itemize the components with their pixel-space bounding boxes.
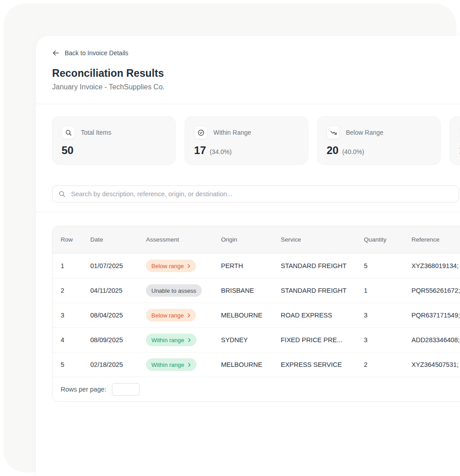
cell-reference: PQR556261672;	[411, 287, 460, 294]
cell-service: STANDARD FREIGHT	[281, 262, 364, 269]
column-header-origin: Origin	[221, 236, 281, 243]
table-row: 1 01/07/2025 Below range PERTH STANDARD …	[53, 253, 460, 278]
cell-origin: PERTH	[221, 262, 281, 269]
rows-per-page-label: Rows per page:	[61, 386, 106, 393]
chevron-right-icon	[187, 264, 190, 269]
cell-quantity: 5	[364, 262, 411, 269]
assessment-badge[interactable]: Within range	[146, 334, 196, 346]
search-icon	[62, 126, 75, 139]
reconciliation-panel: Back to Invoice Details Reconciliation R…	[36, 36, 460, 476]
stat-label: Total Items	[81, 129, 111, 136]
assessment-label: Within range	[151, 361, 184, 368]
search-bar	[52, 185, 459, 203]
table-row: 3 08/04/2025 Below range MELBOURNE ROAD …	[53, 303, 460, 327]
column-header-quantity: Quantity	[364, 236, 411, 243]
table-header-row: Row Date Assessment Origin Service Quant…	[53, 226, 460, 253]
table-row: 5 02/18/2025 Within range MELBOURNE EXPR…	[53, 352, 460, 377]
stat-card-below-range: Below Range 20 (40.0%)	[317, 116, 441, 165]
stat-card-within-range: Within Range 17 (34.0%)	[185, 116, 308, 165]
cell-row: 2	[61, 287, 90, 294]
cell-reference: PQR637171549; (	[411, 312, 460, 319]
arrow-left-icon	[52, 49, 59, 57]
assessment-badge[interactable]: Below range	[146, 309, 196, 322]
cell-date: 08/09/2025	[90, 336, 146, 344]
cell-origin: SYDNEY	[221, 336, 281, 344]
chevron-right-icon	[187, 313, 190, 318]
cell-quantity: 2	[364, 361, 411, 368]
chevron-right-icon	[188, 362, 191, 367]
cell-origin: BRISBANE	[221, 287, 281, 294]
search-input[interactable]	[52, 185, 459, 203]
stat-value: 50	[62, 144, 74, 157]
back-link[interactable]: Back to Invoice Details	[52, 49, 128, 57]
cell-quantity: 3	[364, 312, 411, 319]
trending-down-icon	[327, 126, 340, 139]
stat-label: Within Range	[213, 129, 251, 136]
column-header-service: Service	[281, 236, 364, 243]
page-title: Reconciliation Results	[52, 67, 460, 79]
assessment-label: Within range	[151, 337, 184, 344]
cell-row: 3	[61, 312, 90, 319]
assessment-label: Below range	[151, 263, 184, 269]
search-icon	[58, 190, 66, 199]
cell-reference: ADD283346408;	[411, 336, 460, 344]
assessment-badge[interactable]: Below range	[146, 260, 196, 272]
cell-date: 01/07/2025	[90, 262, 146, 269]
stat-label: Below Range	[346, 129, 383, 136]
stat-percent: (40.0%)	[342, 148, 364, 155]
cell-date: 08/04/2025	[90, 312, 146, 319]
check-circle-icon	[194, 126, 208, 139]
results-table: Row Date Assessment Origin Service Quant…	[52, 226, 460, 402]
cell-quantity: 3	[364, 336, 411, 344]
assessment-label: Below range	[151, 312, 184, 319]
back-link-label: Back to Invoice Details	[65, 49, 128, 57]
assessment-badge: Unable to assess	[146, 284, 202, 297]
table-row: 2 04/11/2025 Unable to assess BRISBANE S…	[53, 278, 460, 303]
assessment-badge[interactable]: Within range	[146, 358, 196, 371]
stat-value: 20	[327, 144, 339, 157]
column-header-date: Date	[90, 236, 146, 243]
cell-service: EXPRESS SERVICE	[281, 361, 364, 368]
cell-row: 1	[61, 262, 90, 269]
stat-card-total-items: Total Items 50	[52, 116, 176, 165]
cell-date: 02/18/2025	[90, 361, 146, 368]
cell-origin: MELBOURNE	[221, 361, 281, 368]
stat-card-partial: 1	[450, 116, 460, 165]
table-row: 4 08/09/2025 Within range SYDNEY FIXED P…	[53, 327, 460, 352]
cell-row: 5	[61, 361, 90, 368]
rows-per-page-input[interactable]	[112, 383, 140, 396]
chevron-right-icon	[188, 338, 191, 343]
column-header-assessment: Assessment	[146, 236, 221, 243]
table-footer: Rows per page:	[53, 377, 460, 401]
cell-reference: XYZ368019134; C	[411, 262, 460, 269]
cell-service: FIXED PRICE PRE...	[281, 336, 364, 344]
cell-origin: MELBOURNE	[221, 312, 281, 319]
column-header-reference: Reference	[411, 236, 460, 243]
search-divider	[36, 212, 460, 212]
cell-service: STANDARD FREIGHT	[281, 287, 364, 294]
column-header-row: Row	[61, 236, 90, 243]
stat-value: 17	[194, 144, 206, 157]
cell-date: 04/11/2025	[90, 287, 146, 294]
header-divider	[36, 104, 460, 104]
cell-reference: XYZ364507531;	[411, 361, 460, 368]
stat-percent: (34.0%)	[210, 148, 232, 155]
page-subtitle: January Invoice - TechSupplies Co.	[52, 83, 460, 91]
cell-service: ROAD EXPRESS	[281, 312, 364, 319]
assessment-label: Unable to assess	[151, 287, 196, 294]
stats-row: Total Items 50 Within Range 17 (34.0%)	[52, 116, 460, 165]
cell-row: 4	[61, 336, 90, 344]
cell-quantity: 1	[364, 287, 411, 294]
